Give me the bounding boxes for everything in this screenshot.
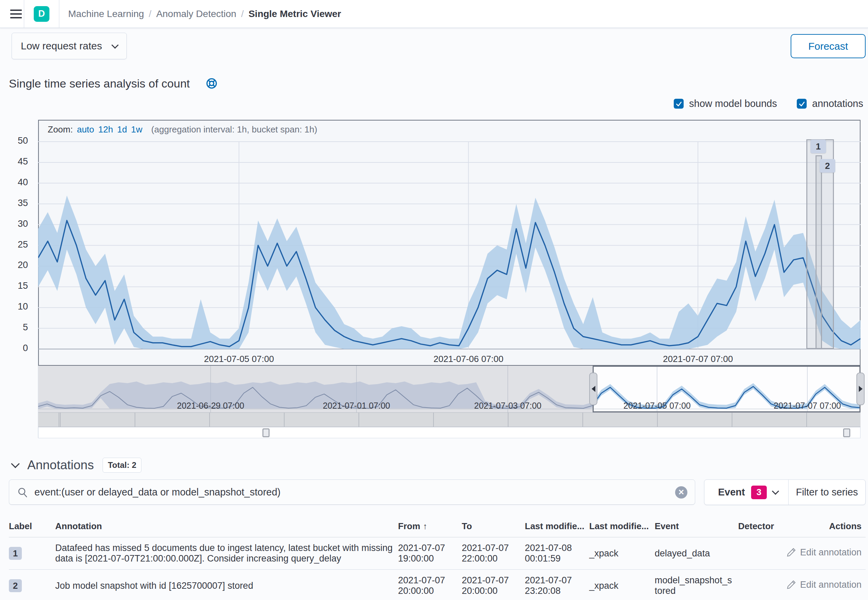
arrow-right-icon [859, 386, 863, 392]
table-header-event[interactable]: Event [655, 515, 738, 537]
table-header-label[interactable]: Label [9, 515, 55, 537]
annotation-label-badge: 1 [9, 547, 22, 560]
timeline-handle-left[interactable] [262, 428, 269, 437]
event-cell: model_snapshot_stored [655, 570, 738, 600]
forecast-button[interactable]: Forecast [790, 34, 866, 58]
breadcrumb-separator: / [149, 9, 152, 20]
annotations-section-title: Annotations [27, 458, 94, 472]
annotations-total-badge: Total: 2 [103, 458, 141, 473]
y-axis-tick-label: 5 [1, 322, 28, 333]
show-model-bounds-checkbox[interactable]: show model bounds [674, 98, 777, 109]
annotations-filter-panel: Event 3 Filter to series [704, 479, 866, 505]
chevron-down-icon [111, 41, 119, 48]
detector-select-dropdown[interactable]: Low request rates [12, 33, 127, 59]
search-icon [17, 487, 28, 498]
x-axis-tick-label: 2021-07-06 07:00 [433, 354, 503, 364]
table-header-last-modifie-[interactable]: Last modifie... [525, 515, 589, 537]
zoom-links: auto12h1d1w [77, 124, 143, 135]
annotation-text-cell: Datafeed has missed 5 documents due to i… [55, 537, 398, 570]
table-header-detector[interactable]: Detector [738, 515, 784, 537]
y-axis-tick-label: 20 [1, 260, 28, 270]
annotations-search-input[interactable] [28, 486, 675, 498]
table-header-from[interactable]: From↑ [398, 515, 462, 537]
help-icon[interactable] [206, 78, 217, 89]
event-filter-dropdown[interactable]: Event 3 [704, 480, 788, 505]
collapse-chevron-icon[interactable] [11, 459, 20, 468]
y-axis-tick-label: 40 [1, 177, 28, 188]
breadcrumb: Machine Learning / Anomaly Detection / S… [68, 9, 341, 20]
y-axis-tick-label: 25 [1, 239, 28, 250]
page-title: Single time series analysis of count [9, 77, 190, 90]
table-row: 2 Job model snapshot with id [1625700007… [9, 570, 866, 600]
annotations-checkbox[interactable]: annotations [797, 98, 863, 109]
detector-cell [738, 537, 784, 570]
time-series-chart: Zoom: auto12h1d1w (aggregation interval:… [38, 120, 860, 438]
y-axis-tick-label: 50 [1, 136, 28, 146]
table-header-last-modifie-[interactable]: Last modifie... [589, 515, 655, 537]
show-model-bounds-label: show model bounds [689, 98, 777, 109]
table-body: 1 Datafeed has missed 5 documents due to… [9, 537, 866, 600]
table-header-to[interactable]: To [462, 515, 525, 537]
single-metric-viewer-page: D Machine Learning / Anomaly Detection /… [0, 0, 868, 600]
zoom-link-auto[interactable]: auto [77, 124, 94, 135]
table-header-annotation[interactable]: Annotation [55, 515, 398, 537]
context-x-tick-label: 2021-06-29 07:00 [177, 401, 244, 411]
main-chart-plot[interactable] [38, 139, 860, 350]
breadcrumb-machine-learning[interactable]: Machine Learning [68, 9, 144, 20]
top-navigation-bar: D Machine Learning / Anomaly Detection /… [0, 0, 868, 28]
y-axis-tick-label: 35 [1, 198, 28, 208]
timeline-handle-right[interactable] [843, 428, 850, 437]
last-modified-date-cell: 2021-07-07 23:20:08 [525, 570, 589, 600]
menu-hamburger-icon[interactable] [0, 0, 24, 28]
annotation-text-cell: Job model snapshot with id [1625700007] … [55, 570, 398, 600]
x-axis-tick-label: 2021-07-05 07:00 [204, 354, 274, 364]
edit-annotation-button[interactable]: Edit annotation [787, 547, 862, 558]
edit-annotation-button[interactable]: Edit annotation [787, 580, 862, 590]
from-cell: 2021-07-07 20:00:00 [398, 570, 462, 600]
y-axis-tick-label: 45 [1, 156, 28, 167]
zoom-link-1d[interactable]: 1d [117, 124, 127, 135]
chevron-down-icon [772, 488, 779, 495]
edit-annotation-label: Edit annotation [800, 547, 862, 558]
annotations-table: LabelAnnotationFrom↑ToLast modifie...Las… [9, 515, 866, 600]
to-cell: 2021-07-07 22:00:00 [462, 537, 525, 570]
annotations-section-header: Annotations Total: 2 [12, 458, 141, 473]
y-axis-tick-label: 30 [1, 219, 28, 229]
last-modified-date-cell: 2021-07-08 00:01:59 [525, 537, 589, 570]
y-axis: 50454035302520151050 [0, 120, 33, 358]
header-divider [24, 0, 24, 28]
edit-annotation-label: Edit annotation [800, 580, 862, 590]
annotation-band-2[interactable] [816, 155, 822, 349]
brush-handle-right[interactable] [856, 373, 865, 405]
y-axis-tick-label: 0 [1, 343, 28, 353]
header-divider [59, 0, 59, 28]
clear-search-icon[interactable]: ✕ [675, 486, 687, 498]
zoom-link-12h[interactable]: 12h [98, 124, 113, 135]
arrow-left-icon [591, 386, 595, 392]
zoom-label: Zoom: [48, 124, 73, 135]
annotation-marker-chip-2[interactable]: 2 [819, 159, 835, 173]
breadcrumb-anomaly-detection[interactable]: Anomaly Detection [156, 9, 236, 20]
event-cell: delayed_data [655, 537, 738, 570]
last-modified-by-cell: _xpack [589, 537, 655, 570]
filter-to-series-button[interactable]: Filter to series [789, 480, 865, 505]
y-axis-tick-label: 10 [1, 302, 28, 312]
timeline-scroll-track[interactable] [38, 427, 860, 438]
brush-handle-left[interactable] [589, 373, 597, 405]
annotation-marker-chip-1[interactable]: 1 [810, 139, 826, 153]
event-filter-count-badge: 3 [751, 486, 767, 499]
context-x-tick-label: 2021-07-07 07:00 [774, 401, 841, 411]
table-header-row: LabelAnnotationFrom↑ToLast modifie...Las… [9, 515, 866, 537]
aggregation-note: (aggregation interval: 1h, bucket span: … [151, 124, 317, 135]
breadcrumb-current-page: Single Metric Viewer [248, 9, 341, 20]
chart-zoom-controls: Zoom: auto12h1d1w (aggregation interval:… [38, 120, 860, 139]
checkbox-checked-icon [797, 99, 807, 109]
deployment-badge[interactable]: D [34, 6, 49, 22]
y-axis-tick-label: 15 [1, 280, 28, 291]
context-x-tick-label: 2021-07-05 07:00 [623, 401, 690, 411]
context-swimlane[interactable] [38, 412, 860, 427]
table-row: 1 Datafeed has missed 5 documents due to… [9, 537, 866, 570]
table-header-actions[interactable]: Actions [784, 515, 866, 537]
x-axis-tick-label: 2021-07-07 07:00 [663, 354, 733, 364]
zoom-link-1w[interactable]: 1w [131, 124, 143, 135]
